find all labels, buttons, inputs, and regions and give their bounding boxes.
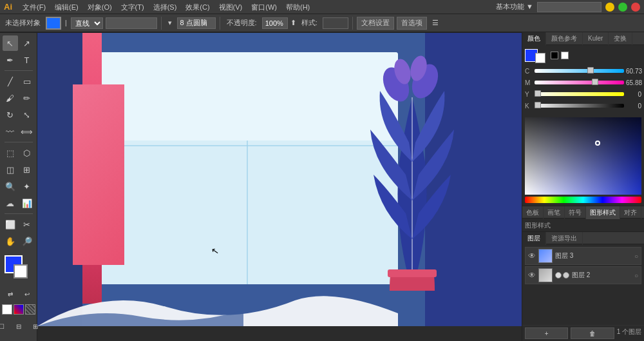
color-picker-container — [522, 115, 644, 206]
menu-text[interactable]: 文字(T) — [117, 0, 148, 14]
swap-colors-button[interactable]: ⇄ — [3, 286, 18, 302]
first-select-button[interactable]: 首选项 — [397, 17, 427, 30]
opacity-stepper[interactable]: ⬆ — [290, 19, 296, 27]
sub-thumb-1 — [555, 272, 562, 278]
maximize-button[interactable] — [618, 3, 627, 12]
symbols-tab[interactable]: 符号 — [565, 206, 586, 219]
width-tool[interactable]: ⟺ — [19, 124, 35, 139]
layer-2-options[interactable]: ○ — [634, 272, 638, 279]
channel-y-thumb[interactable] — [535, 90, 541, 97]
fill-color-swatch[interactable] — [46, 17, 61, 30]
draw-behind-button[interactable]: ⊟ — [11, 318, 26, 334]
mesh-tool[interactable]: ⊞ — [19, 162, 35, 177]
new-layer-button[interactable]: + — [525, 327, 568, 339]
minimize-button[interactable] — [605, 3, 614, 12]
close-button[interactable] — [631, 3, 640, 12]
layer-item-2[interactable]: 👁 图层 2 ○ — [525, 266, 641, 284]
layer-2-sub-thumbs — [555, 272, 569, 278]
doc-settings-button[interactable]: 文档设置 — [357, 17, 394, 30]
layer-2-name: 图层 2 — [572, 271, 632, 280]
swatches-tab[interactable]: 色板 — [522, 206, 544, 219]
tool-row-2: ✒ T — [3, 52, 35, 68]
black-swatch[interactable] — [551, 52, 558, 59]
stroke-width-input[interactable] — [177, 17, 216, 29]
view-mode-controls: ☐ ⊟ ⊞ — [0, 318, 43, 334]
sub-thumb-2 — [563, 272, 569, 278]
channel-c-track[interactable] — [535, 69, 624, 73]
channel-m-thumb[interactable] — [592, 79, 598, 85]
layer-3-options[interactable]: ○ — [634, 253, 638, 260]
search-input[interactable] — [537, 2, 601, 12]
solid-fill-button[interactable] — [2, 304, 12, 315]
none-fill-button[interactable] — [25, 304, 35, 315]
layers-tab[interactable]: 图层 — [522, 232, 546, 245]
kuler-tab[interactable]: Kuler — [583, 32, 609, 45]
normal-mode-button[interactable]: ☐ — [0, 318, 10, 334]
warp-tool[interactable]: 〰 — [3, 124, 18, 139]
artboard-tool[interactable]: ⬜ — [3, 217, 18, 232]
channel-c-row: C 60.73 — [525, 66, 641, 76]
gradient-tool[interactable]: ◫ — [3, 162, 18, 177]
eyedropper-tool[interactable]: 🔍 — [3, 179, 18, 194]
type-tool[interactable]: T — [19, 52, 35, 68]
rotate-tool[interactable]: ↻ — [3, 107, 18, 122]
layer-item-3[interactable]: 👁 图层 3 ○ — [525, 247, 641, 265]
change-screen-mode-button[interactable]: ▣ — [11, 338, 26, 341]
slice-tool[interactable]: ✂ — [19, 217, 35, 232]
color-panel-tabs: 颜色 颜色参考 Kuler 变换 — [522, 32, 644, 45]
channel-m-value: 65.88 — [626, 79, 641, 86]
menu-object[interactable]: 对象(O) — [84, 0, 116, 14]
line-tool[interactable]: ╱ — [3, 73, 18, 89]
tool-row-6: 〰 ⟺ — [3, 124, 35, 139]
default-colors-button[interactable]: ↩ — [19, 286, 35, 302]
asset-export-tab[interactable]: 资源导出 — [546, 232, 583, 245]
channel-m-track[interactable] — [535, 81, 624, 84]
pen-tool[interactable]: ✒ — [3, 52, 18, 68]
menu-window[interactable]: 窗口(W) — [247, 0, 281, 14]
background-color[interactable] — [14, 264, 28, 278]
color-tab[interactable]: 颜色 — [522, 32, 546, 45]
graphic-styles-tab[interactable]: 图形样式 — [586, 206, 620, 219]
color-picker-gradient[interactable] — [525, 117, 641, 195]
menu-file[interactable]: 文件(F) — [19, 0, 50, 14]
brush-tool[interactable]: 🖌 — [3, 90, 18, 106]
stroke-type-select[interactable]: 直线 — [71, 17, 103, 29]
transform-tab[interactable]: 变换 — [609, 32, 632, 45]
layer-2-visibility[interactable]: 👁 — [528, 271, 536, 280]
channel-k-thumb[interactable] — [535, 102, 541, 108]
menu-view[interactable]: 视图(V) — [215, 0, 247, 14]
layer-3-visibility[interactable]: 👁 — [528, 251, 536, 260]
select-tool[interactable]: ↖ — [3, 35, 18, 51]
canvas-area[interactable]: ↖ — [37, 33, 522, 326]
zoom-tool[interactable]: 🔎 — [19, 233, 35, 249]
extra-options[interactable]: ☰ — [430, 19, 441, 27]
direct-select-tool[interactable]: ↗ — [19, 35, 35, 51]
free-transform-tool[interactable]: ⬚ — [3, 145, 18, 161]
app-logo: Ai — [4, 2, 12, 12]
gradient-fill-button[interactable] — [14, 304, 24, 315]
rect-tool[interactable]: ▭ — [19, 73, 35, 89]
hue-bar[interactable] — [525, 197, 641, 203]
brushes-tab[interactable]: 画笔 — [544, 206, 565, 219]
channel-k-track[interactable] — [535, 104, 624, 108]
shape-builder-tool[interactable]: ⬡ — [19, 145, 35, 161]
menu-select[interactable]: 选择(S) — [149, 0, 181, 14]
channel-c-thumb[interactable] — [587, 67, 594, 73]
menu-help[interactable]: 帮助(H) — [282, 0, 314, 14]
color-guide-tab[interactable]: 颜色参考 — [546, 32, 583, 45]
delete-layer-button[interactable]: 🗑 — [571, 327, 614, 339]
hand-tool[interactable]: ✋ — [3, 233, 18, 249]
white-swatch[interactable] — [561, 52, 569, 59]
tool-row-12: ✋ 🔎 — [3, 233, 35, 249]
menu-edit[interactable]: 编辑(E) — [51, 0, 82, 14]
opacity-input[interactable] — [262, 17, 288, 29]
bg-swatch[interactable] — [535, 53, 545, 63]
scale-tool[interactable]: ⤡ — [19, 107, 35, 122]
symbol-sprayer-tool[interactable]: ☁ — [3, 195, 18, 211]
column-graph-tool[interactable]: 📊 — [19, 195, 35, 211]
align-tab[interactable]: 对齐 — [620, 206, 641, 219]
blend-tool[interactable]: ✦ — [19, 179, 35, 194]
channel-y-track[interactable] — [535, 92, 624, 96]
pencil-tool[interactable]: ✏ — [19, 90, 35, 106]
menu-effect[interactable]: 效果(C) — [182, 0, 213, 14]
